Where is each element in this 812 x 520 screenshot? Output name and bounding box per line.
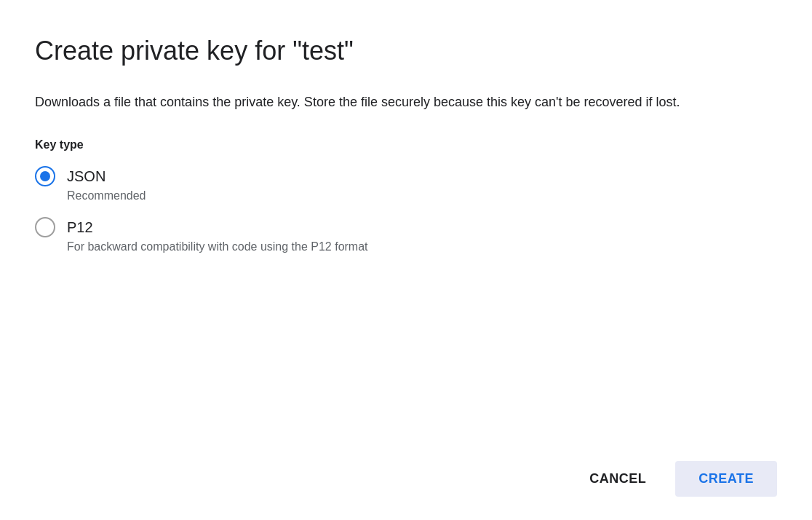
json-option[interactable]: JSON Recommended (35, 166, 777, 202)
p12-radio-label: P12 (67, 219, 93, 236)
p12-option[interactable]: P12 For backward compatibility with code… (35, 217, 777, 253)
json-radio-row[interactable]: JSON (35, 166, 777, 186)
json-radio-sublabel: Recommended (67, 189, 777, 202)
dialog-actions: CANCEL CREATE (35, 444, 777, 497)
create-button[interactable]: CREATE (675, 461, 777, 497)
create-private-key-dialog: Create private key for "test" Downloads … (0, 0, 812, 520)
p12-radio-sublabel: For backward compatibility with code usi… (67, 240, 777, 253)
dialog-description: Downloads a file that contains the priva… (35, 92, 748, 112)
cancel-button[interactable]: CANCEL (572, 462, 664, 495)
json-radio-label: JSON (67, 168, 106, 185)
key-type-radio-group: JSON Recommended P12 For backward compat… (35, 166, 777, 253)
p12-radio-button[interactable] (35, 217, 55, 237)
json-radio-button[interactable] (35, 166, 55, 186)
p12-radio-row[interactable]: P12 (35, 217, 777, 237)
key-type-label: Key type (35, 138, 777, 151)
dialog-title: Create private key for "test" (35, 35, 777, 66)
